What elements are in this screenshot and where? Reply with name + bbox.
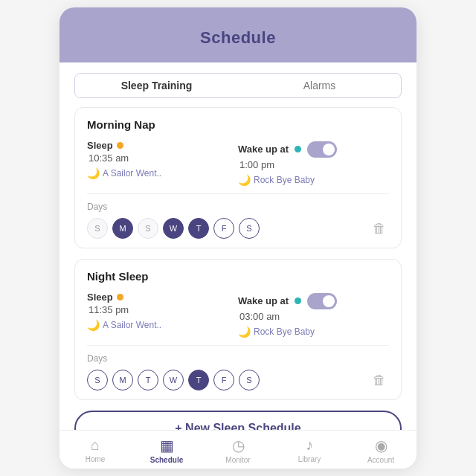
night-sleep-toggle[interactable]	[307, 293, 337, 309]
morning-nap-sleep-time: 10:35 am	[87, 152, 238, 164]
morning-nap-toggle[interactable]	[307, 141, 337, 158]
morning-nap-day-w[interactable]: W	[163, 218, 184, 239]
night-sleep-day-s3[interactable]: S	[239, 370, 260, 390]
night-sleep-wakeup-time: 03:00 am	[238, 311, 389, 322]
nav-schedule[interactable]: ▦ Schedule	[131, 437, 202, 464]
library-icon: ♪	[306, 437, 313, 454]
night-sleep-sleep-label: Sleep	[87, 292, 238, 303]
night-sleep-sleep-music: 🌙 A Sailor Went..	[87, 319, 238, 331]
night-sleep-day-t2[interactable]: T	[188, 370, 209, 390]
morning-nap-day-s1[interactable]: S	[87, 218, 108, 239]
morning-nap-day-s3[interactable]: S	[239, 218, 260, 239]
moon-icon: 🌙	[87, 167, 100, 179]
night-sleep-card: Night Sleep Sleep 11:35 pm 🌙 A Sailor We…	[74, 259, 402, 400]
night-sleep-wakeup-label: Wake up at	[238, 292, 389, 309]
morning-nap-sleep-dot	[117, 142, 123, 149]
night-sleep-delete-btn[interactable]: 🗑	[370, 371, 389, 390]
morning-nap-wakeup-label: Wake up at	[238, 140, 389, 158]
night-sleep-sleep-col: Sleep 11:35 pm 🌙 A Sailor Went..	[87, 292, 238, 331]
tab-alarms[interactable]: Alarms	[238, 74, 401, 97]
morning-nap-wakeup-dot	[295, 146, 301, 152]
night-sleep-wakeup-col: Wake up at 03:00 am 🌙 Rock Bye Baby	[238, 292, 389, 338]
tab-sleep-training[interactable]: Sleep Training	[75, 74, 238, 97]
morning-nap-sleep-label: Sleep	[87, 140, 238, 151]
bottom-nav: ⌂ Home ▦ Schedule ◷ Monitor ♪ Library ◉ …	[60, 430, 416, 469]
night-sleep-sleep-dot	[117, 294, 123, 300]
nav-home[interactable]: ⌂ Home	[60, 437, 131, 464]
morning-nap-day-f[interactable]: F	[213, 218, 234, 239]
night-sleep-sleep-time: 11:35 pm	[87, 304, 238, 315]
night-sleep-days-section: Days S M T W T F S 🗑	[87, 345, 389, 390]
morning-nap-days-row: S M S W T F S 🗑	[87, 218, 389, 239]
nav-account[interactable]: ◉ Account	[345, 437, 416, 464]
nav-schedule-label: Schedule	[150, 456, 183, 464]
nav-monitor[interactable]: ◷ Monitor	[202, 437, 274, 464]
morning-nap-sleep-music: 🌙 A Sailor Went..	[87, 167, 238, 179]
morning-nap-day-m[interactable]: M	[112, 218, 133, 239]
night-sleep-days-row: S M T W T F S 🗑	[87, 370, 389, 390]
night-sleep-days-label: Days	[87, 353, 389, 364]
content-area: Morning Nap Sleep 10:35 am 🌙 A Sailor We…	[60, 104, 416, 430]
night-sleep-day-m[interactable]: M	[112, 370, 133, 390]
moon-icon-3: 🌙	[87, 319, 100, 331]
monitor-icon: ◷	[232, 437, 245, 454]
morning-nap-sleep-col: Sleep 10:35 am 🌙 A Sailor Went..	[87, 140, 238, 179]
schedule-icon: ▦	[160, 437, 174, 454]
night-sleep-day-f[interactable]: F	[213, 370, 234, 390]
morning-nap-days-label: Days	[87, 202, 389, 212]
morning-nap-delete-btn[interactable]: 🗑	[370, 219, 389, 238]
morning-nap-day-t[interactable]: T	[188, 218, 209, 239]
night-sleep-day-s1[interactable]: S	[87, 370, 108, 390]
morning-nap-wakeup-music: 🌙 Rock Bye Baby	[238, 174, 389, 186]
moon-icon-2: 🌙	[238, 174, 251, 186]
nav-home-label: Home	[86, 455, 106, 463]
night-sleep-title: Night Sleep	[87, 270, 389, 283]
moon-icon-4: 🌙	[238, 326, 251, 338]
morning-nap-wakeup-time: 1:00 pm	[238, 159, 389, 170]
night-sleep-schedule-row: Sleep 11:35 pm 🌙 A Sailor Went.. Wake up…	[87, 292, 389, 338]
morning-nap-day-s2[interactable]: S	[138, 218, 158, 239]
morning-nap-schedule-row: Sleep 10:35 am 🌙 A Sailor Went.. Wake up…	[87, 140, 389, 186]
nav-library-label: Library	[298, 455, 321, 463]
morning-nap-wakeup-col: Wake up at 1:00 pm 🌙 Rock Bye Baby	[238, 140, 389, 186]
header: Schedule	[60, 7, 416, 62]
night-sleep-wakeup-music: 🌙 Rock Bye Baby	[238, 326, 389, 338]
nav-monitor-label: Monitor	[225, 456, 250, 464]
morning-nap-days-section: Days S M S W T F S 🗑	[87, 193, 389, 239]
nav-library[interactable]: ♪ Library	[274, 437, 345, 464]
add-schedule-button[interactable]: + New Sleep Schedule	[74, 411, 402, 430]
home-icon: ⌂	[91, 437, 100, 454]
morning-nap-title: Morning Nap	[87, 118, 389, 131]
morning-nap-card: Morning Nap Sleep 10:35 am 🌙 A Sailor We…	[74, 107, 402, 248]
account-icon: ◉	[375, 437, 387, 454]
night-sleep-day-w[interactable]: W	[163, 370, 184, 390]
nav-account-label: Account	[367, 456, 394, 464]
night-sleep-day-t1[interactable]: T	[138, 370, 158, 390]
page-title: Schedule	[200, 28, 276, 47]
tab-bar: Sleep Training Alarms	[74, 73, 402, 98]
night-sleep-wakeup-dot	[295, 298, 301, 304]
